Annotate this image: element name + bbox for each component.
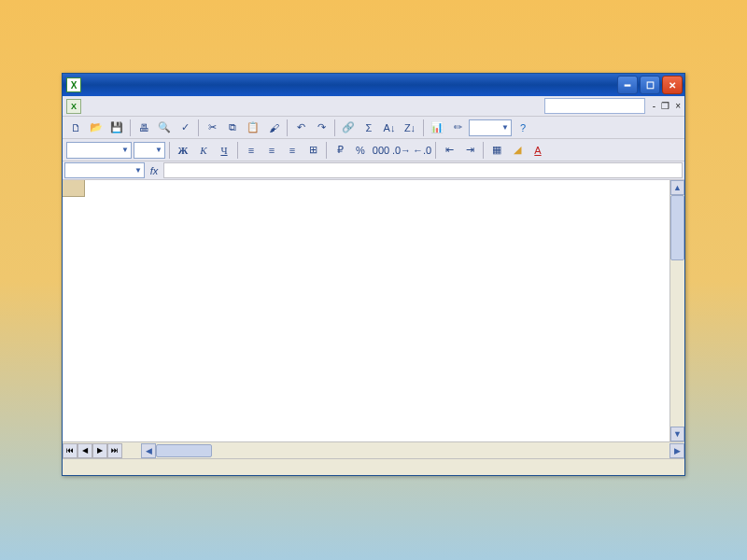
- chart-button[interactable]: 📊: [428, 119, 446, 137]
- currency-button[interactable]: ₽: [331, 141, 349, 160]
- separator: [130, 119, 131, 136]
- merge-button[interactable]: ⊞: [303, 141, 322, 160]
- vertical-scrollbar[interactable]: ▲ ▼: [669, 180, 684, 441]
- hyperlink-button[interactable]: 🔗: [339, 119, 358, 137]
- help-button[interactable]: ?: [514, 119, 532, 137]
- align-left-button[interactable]: ≡: [242, 141, 261, 160]
- increase-decimal-button[interactable]: .0→: [392, 141, 411, 160]
- tab-prev-button[interactable]: ◀: [78, 443, 92, 458]
- drawing-button[interactable]: ✏: [448, 119, 467, 137]
- cut-button[interactable]: ✂: [203, 119, 221, 137]
- bold-button[interactable]: Ж: [174, 141, 192, 160]
- menu-help[interactable]: [175, 105, 186, 108]
- separator: [169, 142, 170, 159]
- scroll-thumb[interactable]: [670, 195, 684, 260]
- select-all-corner[interactable]: [63, 180, 85, 197]
- menu-window[interactable]: [163, 105, 175, 108]
- doc-restore-icon[interactable]: ❐: [661, 101, 669, 111]
- menubar: X - ❐ ×: [63, 96, 684, 117]
- formula-input[interactable]: [163, 162, 683, 178]
- help-search-input[interactable]: [544, 98, 645, 114]
- separator: [326, 142, 327, 159]
- window-titlebar[interactable]: X ━ ☐ ✕: [63, 74, 684, 96]
- paste-button[interactable]: 📋: [244, 119, 262, 137]
- menu-view[interactable]: [107, 105, 119, 108]
- close-button[interactable]: ✕: [662, 76, 683, 94]
- print-button[interactable]: 🖶: [134, 119, 153, 137]
- comma-button[interactable]: 000: [372, 141, 390, 160]
- italic-button[interactable]: К: [194, 141, 213, 160]
- redo-button[interactable]: ↷: [312, 119, 331, 137]
- save-button[interactable]: 💾: [107, 119, 126, 137]
- standard-toolbar: 🗋 📂 💾 🖶 🔍 ✓ ✂ ⧉ 📋 🖌 ↶ ↷ 🔗 Σ A↓ Z↓ 📊 ✏ ▼ …: [63, 117, 684, 139]
- maximize-button[interactable]: ☐: [640, 76, 660, 94]
- doc-close-icon[interactable]: ×: [675, 101, 681, 111]
- formula-bar: ▼ fx: [63, 161, 684, 180]
- doc-minimize-icon[interactable]: -: [653, 101, 655, 111]
- formatting-toolbar: ▼ ▼ Ж К Ч ≡ ≡ ≡ ⊞ ₽ % 000 .0→ ←.0 ⇤ ⇥ ▦ …: [63, 139, 684, 161]
- scroll-right-button[interactable]: ▶: [669, 443, 684, 458]
- excel-window: X ━ ☐ ✕ X - ❐ × 🗋 📂 💾 🖶 🔍 ✓: [62, 73, 685, 476]
- decrease-decimal-button[interactable]: ←.0: [413, 141, 431, 160]
- scroll-up-button[interactable]: ▲: [670, 180, 684, 195]
- menu-insert[interactable]: [119, 105, 130, 108]
- font-combo[interactable]: ▼: [66, 142, 132, 159]
- chevron-down-icon[interactable]: ▼: [133, 166, 144, 175]
- separator: [237, 142, 238, 159]
- sheet-tabs-bar: ⏮ ◀ ▶ ⏭ ◀ ▶: [63, 441, 684, 458]
- hscroll-thumb[interactable]: [156, 444, 212, 457]
- percent-button[interactable]: %: [351, 141, 370, 160]
- separator: [198, 119, 199, 136]
- font-size-combo[interactable]: ▼: [134, 142, 165, 159]
- tab-first-button[interactable]: ⏮: [63, 443, 78, 458]
- separator: [483, 142, 484, 159]
- underline-button[interactable]: Ч: [215, 141, 233, 160]
- insert-function-button[interactable]: fx: [147, 163, 162, 178]
- open-button[interactable]: 📂: [87, 119, 106, 137]
- menu-tools[interactable]: [141, 105, 152, 108]
- separator: [423, 119, 424, 136]
- excel-icon: X: [66, 77, 81, 92]
- fill-color-button[interactable]: ◢: [508, 141, 527, 160]
- spreadsheet-grid[interactable]: ▲ ▼: [63, 180, 684, 441]
- new-button[interactable]: 🗋: [66, 119, 85, 137]
- scroll-left-button[interactable]: ◀: [141, 443, 156, 458]
- zoom-combo[interactable]: ▼: [469, 119, 512, 136]
- separator: [435, 142, 436, 159]
- format-painter-button[interactable]: 🖌: [264, 119, 283, 137]
- scroll-down-button[interactable]: ▼: [670, 427, 684, 441]
- menu-file[interactable]: [85, 105, 96, 108]
- autosum-button[interactable]: Σ: [359, 119, 378, 137]
- separator: [334, 119, 335, 136]
- borders-button[interactable]: ▦: [487, 141, 506, 160]
- menu-format[interactable]: [130, 105, 141, 108]
- spellcheck-button[interactable]: ✓: [176, 119, 194, 137]
- status-bar: [63, 458, 684, 475]
- align-right-button[interactable]: ≡: [283, 141, 302, 160]
- sort-asc-button[interactable]: A↓: [380, 119, 399, 137]
- slide-title: [0, 0, 747, 28]
- tab-last-button[interactable]: ⏭: [107, 443, 122, 458]
- undo-button[interactable]: ↶: [291, 119, 310, 137]
- copy-button[interactable]: ⧉: [223, 119, 242, 137]
- menu-data[interactable]: [152, 105, 163, 108]
- increase-indent-button[interactable]: ⇥: [460, 141, 479, 160]
- sort-desc-button[interactable]: Z↓: [401, 119, 419, 137]
- font-color-button[interactable]: A: [529, 141, 547, 160]
- workbook-icon[interactable]: X: [66, 99, 81, 114]
- align-center-button[interactable]: ≡: [262, 141, 281, 160]
- menu-edit[interactable]: [96, 105, 107, 108]
- minimize-button[interactable]: ━: [617, 76, 638, 94]
- separator: [287, 119, 288, 136]
- tab-next-button[interactable]: ▶: [92, 443, 107, 458]
- horizontal-scrollbar[interactable]: ◀ ▶: [141, 443, 684, 458]
- name-box[interactable]: ▼: [64, 162, 145, 178]
- preview-button[interactable]: 🔍: [155, 119, 174, 137]
- decrease-indent-button[interactable]: ⇤: [440, 141, 458, 160]
